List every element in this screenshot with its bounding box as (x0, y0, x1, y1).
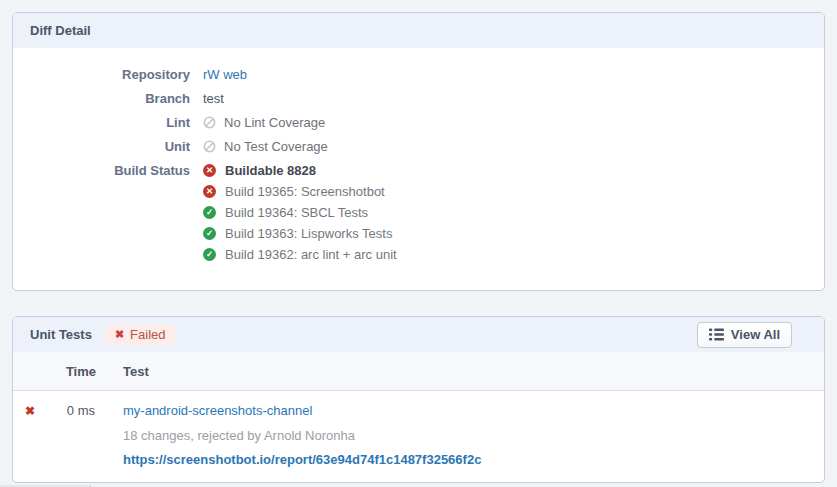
build-label: Build 19362: arc lint + arc unit (225, 245, 397, 264)
unit-tests-title: Unit Tests (30, 327, 92, 342)
failed-status-badge: ✖ Failed (106, 324, 175, 345)
build-row: ✓ Build 19363: Lispworks Tests (203, 224, 397, 243)
unit-tests-body: ✖ 0 ms my-android-screenshots-channel 18… (13, 391, 824, 483)
property-value: test (203, 89, 224, 108)
coverage-text: No Test Coverage (224, 137, 328, 156)
test-name-link[interactable]: my-android-screenshots-channel (123, 403, 312, 418)
ban-icon (203, 116, 216, 129)
repository-link[interactable]: rW web (203, 65, 247, 84)
list-icon (709, 328, 724, 341)
build-label: Buildable 8828 (225, 161, 316, 180)
unit-tests-table: Time Test ✖ 0 ms my-android-screenshots-… (13, 352, 824, 482)
view-all-button[interactable]: View All (697, 322, 792, 348)
report-url-link[interactable]: https://screenshotbot.io/report/63e94d74… (123, 452, 481, 467)
build-label: Build 19364: SBCL Tests (225, 203, 368, 222)
property-label: Lint (13, 113, 203, 132)
property-row: Lint No Lint Coverage (13, 113, 824, 132)
build-row: ✕ Build 19365: Screenshotbot (203, 182, 397, 201)
property-row: Unit No Test Coverage (13, 137, 824, 156)
check-circle-icon: ✓ (203, 248, 216, 261)
property-row: Repository rW web (13, 65, 824, 84)
test-table-row: ✖ 0 ms my-android-screenshots-channel 18… (13, 391, 824, 483)
badge-x-icon: ✖ (115, 329, 124, 340)
branch-value: test (203, 89, 224, 108)
check-circle-icon: ✓ (203, 206, 216, 219)
build-row: ✓ Build 19364: SBCL Tests (203, 203, 397, 222)
build-label: Build 19363: Lispworks Tests (225, 224, 392, 243)
build-label: Build 19365: Screenshotbot (225, 182, 385, 201)
property-value: No Test Coverage (203, 137, 328, 156)
property-label: Repository (13, 65, 203, 84)
unit-tests-header: Unit Tests ✖ Failed View All (13, 317, 824, 352)
diff-detail-header: Diff Detail (13, 13, 824, 48)
column-header-test: Test (96, 352, 824, 391)
property-label: Build Status (13, 161, 203, 180)
property-list: Repository rW web Branch test Lint No Li… (13, 48, 824, 290)
check-circle-icon: ✓ (203, 227, 216, 240)
times-circle-icon: ✕ (203, 185, 216, 198)
unit-tests-panel: Unit Tests ✖ Failed View All (12, 316, 825, 483)
build-row: ✓ Build 19362: arc lint + arc unit (203, 245, 397, 264)
property-label: Unit (13, 137, 203, 156)
property-label: Branch (13, 89, 203, 108)
row-fail-icon: ✖ (25, 404, 35, 418)
column-header-time: Time (47, 352, 96, 391)
diff-detail-panel: Diff Detail Repository rW web Branch tes… (12, 12, 825, 291)
view-all-label: View All (731, 327, 780, 342)
table-header-row: Time Test (13, 352, 824, 391)
property-row: Build Status ✕ Buildable 8828 ✕ Build 19… (13, 161, 824, 266)
property-value: rW web (203, 65, 247, 84)
property-row: Branch test (13, 89, 824, 108)
ban-icon (203, 140, 216, 153)
times-circle-icon: ✕ (203, 164, 216, 177)
build-status-list: ✕ Buildable 8828 ✕ Build 19365: Screensh… (203, 161, 397, 266)
test-time: 0 ms (67, 403, 95, 418)
failed-badge-label: Failed (130, 327, 165, 342)
property-value: No Lint Coverage (203, 113, 325, 132)
test-detail-text: 18 changes, rejected by Arnold Noronha (123, 428, 823, 443)
coverage-text: No Lint Coverage (224, 113, 325, 132)
diff-detail-title: Diff Detail (30, 23, 91, 38)
build-row: ✕ Buildable 8828 (203, 161, 397, 180)
column-header-status (13, 352, 47, 391)
property-value: ✕ Buildable 8828 ✕ Build 19365: Screensh… (203, 161, 397, 266)
